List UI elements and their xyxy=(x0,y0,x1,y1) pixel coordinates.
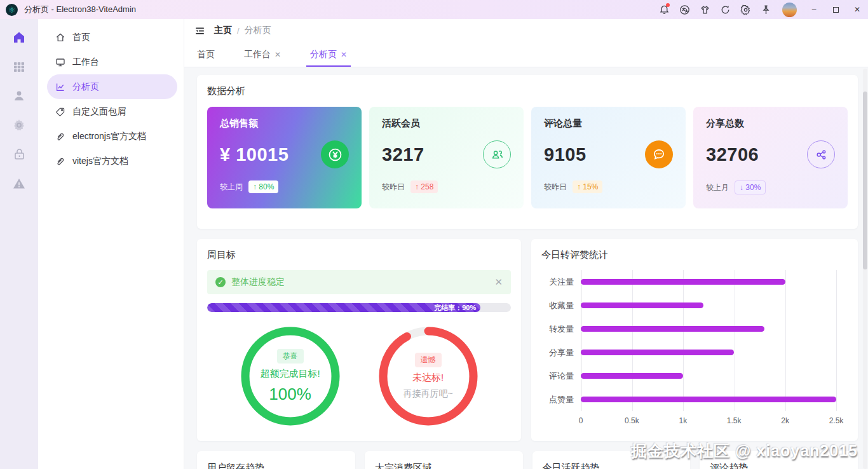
x-axis-tick-label: 0 xyxy=(579,416,583,425)
theme-clothes-icon[interactable] xyxy=(695,0,715,19)
chart-row: 分享量 xyxy=(541,341,848,364)
share-nodes-icon xyxy=(807,140,835,168)
x-axis-tick-label: 2k xyxy=(781,416,789,425)
sidebar-item-label: 首页 xyxy=(72,32,90,43)
trend-badge: ↑ 15% xyxy=(573,180,602,193)
sidebar-item-5[interactable]: vitejs官方文档 xyxy=(47,149,177,173)
progress-fill: 完结率：90% xyxy=(207,303,480,312)
stat-value: 9105 xyxy=(544,144,587,165)
sidebar-item-1[interactable]: 工作台 xyxy=(47,50,177,74)
window-title: 分析页 - Electron38-ViteAdmin xyxy=(24,4,136,15)
sidebar-item-3[interactable]: 自定义面包屑 xyxy=(47,99,177,124)
tab-close-icon[interactable]: ✕ xyxy=(341,50,347,59)
breadcrumb-current: 分析页 xyxy=(245,25,271,36)
goal-ring-success: 恭喜 超额完成目标! 100% xyxy=(239,325,342,428)
sidebar-item-label: vitejs官方文档 xyxy=(72,156,128,167)
user-avatar[interactable] xyxy=(782,3,797,17)
x-axis-tick-label: 1.5k xyxy=(727,416,742,425)
chart-row: 收藏量 xyxy=(541,294,848,317)
comment-bubble-icon xyxy=(645,140,673,168)
users-icon xyxy=(483,140,511,168)
stat-value: 3217 xyxy=(382,144,424,165)
stat-card-total-shares: 分享总数 32706 较上月 ↓ 30% xyxy=(693,107,848,208)
chart-x-axis: 00.5k1k1.5k2k2.5k xyxy=(581,416,836,428)
sidebar-item-2[interactable]: 分析页 xyxy=(47,74,177,99)
x-axis-tick-label: 2.5k xyxy=(829,416,844,425)
sidebar-item-0[interactable]: 首页 xyxy=(47,25,177,50)
chart-category-label: 点赞量 xyxy=(541,394,581,405)
monitor-icon xyxy=(55,57,65,67)
settings-gear-icon[interactable] xyxy=(735,0,756,19)
chart-category-label: 收藏量 xyxy=(541,300,581,311)
tab-0[interactable]: 首页 xyxy=(196,42,216,67)
rail-home-icon[interactable] xyxy=(8,27,30,48)
panel-active-trend: 今日活跃趋势 xyxy=(532,451,691,469)
sidebar-item-label: electronjs官方文档 xyxy=(72,131,146,142)
bottom-panels: 用户留存趋势 大宗消费区域 今日活跃趋势 评论趋势 xyxy=(197,451,858,469)
tab-2[interactable]: 分析页✕ xyxy=(309,42,348,67)
rail-warning-icon[interactable] xyxy=(8,173,30,194)
stat-card-total-sales: 总销售额 ¥ 10015 较上周 ↑ 80% xyxy=(207,107,362,208)
alert-close-icon[interactable]: ✕ xyxy=(494,276,503,288)
trend-badge: ↑ 80% xyxy=(248,180,278,193)
close-button[interactable]: ✕ xyxy=(846,0,868,19)
chart-row: 关注量 xyxy=(541,270,848,294)
app-logo-icon: ⚛ xyxy=(6,4,18,16)
breadcrumb-bar: 主页 / 分析页 xyxy=(184,19,868,42)
rail-settings-icon[interactable] xyxy=(8,114,30,135)
rail-apps-grid-icon[interactable] xyxy=(8,56,30,77)
ring-tag: 恭喜 xyxy=(277,349,304,364)
titlebar[interactable]: ⚛ 分析页 - Electron38-ViteAdmin – ✕ xyxy=(0,0,868,19)
chart-row: 评论量 xyxy=(541,364,848,388)
rail-user-icon[interactable] xyxy=(8,85,30,106)
panel-comment-trend: 评论趋势 xyxy=(700,451,858,469)
rail-lock-icon[interactable] xyxy=(8,144,30,165)
success-alert: ✓ 整体进度稳定 ✕ xyxy=(207,270,511,294)
sidebar-menu: 首页 工作台 分析页 自定义面包屑 electronjs官方文档 vitejs官… xyxy=(38,19,184,469)
sidebar-item-4[interactable]: electronjs官方文档 xyxy=(47,124,177,149)
trend-badge: ↓ 30% xyxy=(735,180,766,194)
bar-chart: 关注量收藏量转发量分享量评论量点赞量 xyxy=(541,270,848,411)
notification-bell-icon[interactable] xyxy=(654,0,674,19)
panel-title: 今日转评赞统计 xyxy=(541,249,848,261)
notification-dot xyxy=(666,3,670,7)
maximize-icon xyxy=(833,7,839,13)
language-switch-icon[interactable] xyxy=(674,0,695,19)
tab-bar: 首页工作台✕分析页✕ xyxy=(184,42,868,67)
panel-today-stats-chart: 今日转评赞统计 关注量收藏量转发量分享量评论量点赞量 00.5k1k1.5k2k… xyxy=(531,239,858,441)
panel-week-goal: 周目标 ✓ 整体进度稳定 ✕ 完结率：90% xyxy=(197,239,521,441)
scrollbar-thumb[interactable] xyxy=(863,92,867,269)
chart-bar xyxy=(581,279,785,285)
ring-tag: 遗憾 xyxy=(415,353,442,367)
refresh-icon[interactable] xyxy=(715,0,735,19)
link-icon xyxy=(55,156,65,167)
icon-rail xyxy=(0,19,38,469)
pin-icon[interactable] xyxy=(756,0,776,19)
chart-bar xyxy=(581,397,836,402)
minimize-button[interactable]: – xyxy=(803,0,825,19)
panel-user-retention: 用户留存趋势 xyxy=(197,451,355,469)
maximize-button[interactable] xyxy=(825,0,846,19)
stat-cards: 总销售额 ¥ 10015 较上周 ↑ 80% 活跃会员 xyxy=(207,107,848,208)
chart-icon xyxy=(55,82,65,92)
tab-close-icon[interactable]: ✕ xyxy=(275,50,281,59)
panel-data-analysis: 数据分析 总销售额 ¥ 10015 较上周 ↑ 80% xyxy=(197,75,858,229)
sidebar-fold-icon[interactable] xyxy=(194,25,205,36)
chart-row: 转发量 xyxy=(541,317,848,341)
chart-rows: 关注量收藏量转发量分享量评论量点赞量 xyxy=(541,270,848,411)
chart-bar xyxy=(581,373,683,379)
stat-value: 32706 xyxy=(706,144,759,165)
panel-title: 周目标 xyxy=(207,249,511,261)
chart-bar xyxy=(581,326,764,332)
chart-bar xyxy=(581,350,734,355)
tab-1[interactable]: 工作台✕ xyxy=(243,42,282,67)
progress-bar: 完结率：90% xyxy=(207,303,511,312)
tab-label: 分析页 xyxy=(310,49,337,60)
tab-label: 工作台 xyxy=(244,49,271,60)
chart-category-label: 分享量 xyxy=(541,347,581,358)
check-circle-icon: ✓ xyxy=(215,277,226,287)
breadcrumb-root[interactable]: 主页 xyxy=(214,25,232,36)
tab-label: 首页 xyxy=(197,49,215,60)
scrollbar[interactable] xyxy=(863,69,867,469)
trend-badge: ↑ 258 xyxy=(410,180,438,193)
